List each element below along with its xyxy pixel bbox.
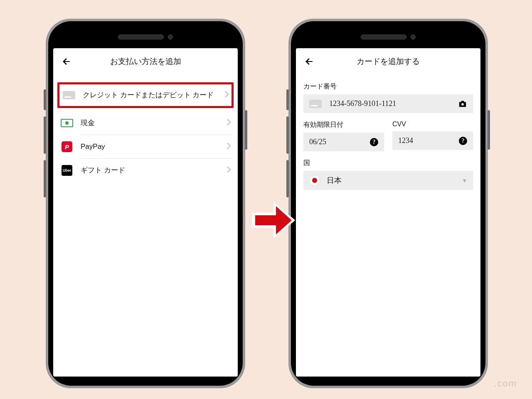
side-button bbox=[44, 160, 46, 197]
paypay-icon: P bbox=[60, 142, 74, 152]
country-value: 日本 bbox=[327, 175, 462, 185]
card-icon bbox=[62, 90, 76, 100]
select-country[interactable]: 日本 ▼ bbox=[303, 171, 473, 190]
uber-icon: Uber bbox=[60, 165, 74, 175]
app-header: お支払い方法を追加 bbox=[53, 48, 238, 75]
back-button[interactable] bbox=[59, 54, 74, 69]
option-label: 現金 bbox=[81, 118, 227, 128]
chevron-right-icon bbox=[227, 166, 231, 175]
label-card-number: カード番号 bbox=[303, 82, 473, 91]
expiry-value: 06/25 bbox=[309, 138, 370, 146]
label-country: 国 bbox=[303, 159, 473, 167]
option-gift-card[interactable]: Uber ギフト カード bbox=[56, 159, 235, 182]
side-button bbox=[488, 110, 490, 150]
label-cvv: CVV bbox=[392, 121, 473, 128]
side-button bbox=[245, 110, 247, 150]
arrow-left-icon bbox=[62, 57, 71, 66]
payment-options-list: クレジット カードまたはデビット カード 現金 P bbox=[53, 82, 238, 182]
option-credit-debit-card[interactable]: クレジット カードまたはデビット カード bbox=[59, 84, 232, 106]
card-icon bbox=[309, 100, 322, 108]
camera-icon[interactable] bbox=[458, 100, 467, 108]
input-cvv[interactable]: 1234 ? bbox=[392, 131, 473, 150]
label-expiry: 有効期限日付 bbox=[303, 121, 384, 129]
help-icon[interactable]: ? bbox=[370, 138, 378, 146]
side-button bbox=[44, 116, 46, 154]
card-form: カード番号 1234-5678-9101-1121 有効期限日付 06/25 ? bbox=[296, 82, 480, 190]
chevron-right-icon bbox=[227, 119, 231, 128]
cash-icon bbox=[60, 118, 74, 128]
phone-notch bbox=[53, 25, 238, 48]
back-button[interactable] bbox=[302, 54, 317, 69]
phone-right: カードを追加する カード番号 1234-5678-9101-1121 有効期限日… bbox=[288, 19, 488, 388]
page-title: お支払い方法を追加 bbox=[74, 56, 217, 67]
chevron-down-icon: ▼ bbox=[462, 177, 467, 184]
option-label: PayPay bbox=[81, 142, 227, 152]
cvv-value: 1234 bbox=[398, 136, 459, 145]
chevron-right-icon bbox=[227, 143, 231, 151]
chevron-right-icon bbox=[225, 91, 229, 100]
flow-arrow-icon bbox=[249, 195, 298, 245]
option-label: ギフト カード bbox=[81, 166, 227, 175]
option-label: クレジット カードまたはデビット カード bbox=[83, 91, 225, 100]
input-card-number[interactable]: 1234-5678-9101-1121 bbox=[303, 94, 473, 113]
phone-left: お支払い方法を追加 クレジット カードまたはデビット カード 現金 bbox=[46, 19, 245, 388]
phone-notch bbox=[296, 25, 480, 48]
option-paypay[interactable]: P PayPay bbox=[56, 135, 235, 158]
help-icon[interactable]: ? bbox=[459, 137, 467, 145]
flag-japan-icon bbox=[309, 175, 320, 186]
card-number-value: 1234-5678-9101-1121 bbox=[329, 99, 458, 108]
app-header: カードを追加する bbox=[296, 48, 480, 75]
watermark: .com bbox=[494, 378, 517, 389]
arrow-left-icon bbox=[304, 57, 314, 66]
input-expiry[interactable]: 06/25 ? bbox=[303, 133, 384, 151]
svg-point-0 bbox=[461, 103, 464, 106]
screen-add-payment-method: お支払い方法を追加 クレジット カードまたはデビット カード 現金 bbox=[53, 48, 238, 377]
side-button bbox=[286, 89, 289, 110]
page-title: カードを追加する bbox=[317, 56, 460, 67]
side-button bbox=[44, 89, 46, 110]
side-button bbox=[286, 116, 289, 154]
side-button bbox=[286, 160, 289, 197]
screen-add-card: カードを追加する カード番号 1234-5678-9101-1121 有効期限日… bbox=[296, 48, 480, 377]
option-cash[interactable]: 現金 bbox=[56, 111, 235, 135]
highlight-credit-card: クレジット カードまたはデビット カード bbox=[57, 82, 234, 108]
